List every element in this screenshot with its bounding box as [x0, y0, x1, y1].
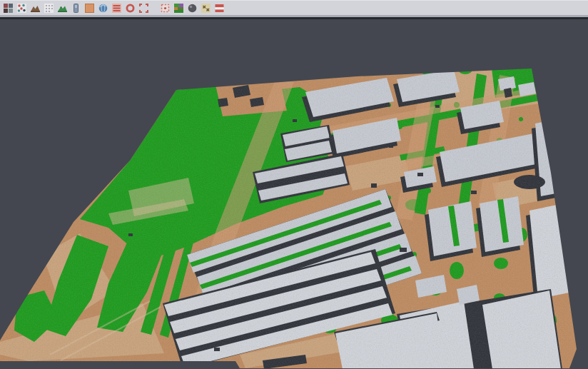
mosaic-dataset-icon[interactable] [2, 1, 14, 14]
application-window [0, 0, 588, 369]
point-grid-icon[interactable] [43, 1, 55, 14]
cross-marks-icon[interactable] [200, 1, 212, 14]
red-layers-icon[interactable] [111, 1, 123, 14]
brown-terrain-icon[interactable] [29, 1, 41, 14]
dark-sphere-icon[interactable] [186, 1, 198, 14]
classification-colors-icon[interactable] [173, 1, 185, 14]
dashed-box-icon[interactable] [159, 1, 171, 14]
scatter-points-icon[interactable] [16, 1, 28, 14]
point-cloud-scene [0, 19, 588, 369]
main-toolbar [0, 0, 588, 15]
crop-corners-icon[interactable] [138, 1, 150, 14]
blue-panel-icon[interactable] [70, 1, 82, 14]
red-ring-icon[interactable] [124, 1, 136, 14]
red-bars-icon[interactable] [213, 1, 225, 14]
orange-square-icon[interactable] [83, 1, 96, 14]
green-terrain-icon[interactable] [56, 1, 69, 14]
globe-icon[interactable] [97, 1, 109, 14]
3d-viewport[interactable] [0, 19, 588, 369]
